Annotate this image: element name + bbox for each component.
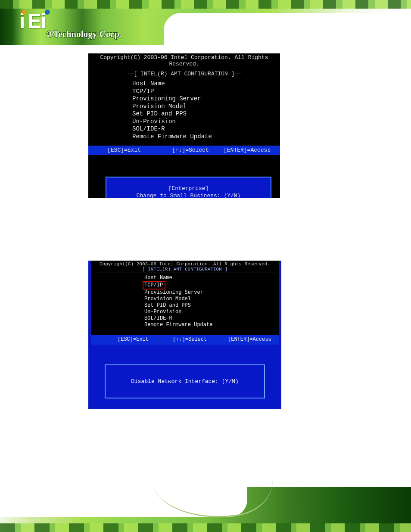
screenshot-amt-tcpip: Copyright(C) 2003-06 Intel Corporation. …	[88, 261, 281, 409]
bios-help-bar: [ESC]=Exit [↑↓]=Select [ENTER]=Access	[88, 146, 280, 155]
bios-copyright: Copyright(C) 2003-06 Intel Corporation. …	[88, 53, 280, 70]
bios-menu-item: Un-Provision	[144, 309, 276, 315]
bios-dialog-area: Disable Network Interface: (Y/N)	[91, 345, 279, 409]
bios-menu: Host Name TCP/IP Provisioning Server Pro…	[93, 273, 276, 332]
help-esc: [ESC]=Exit	[118, 336, 173, 342]
top-banner: i E i ®Technology Corp.	[0, 0, 411, 45]
bios-dialog-area: [Enterprise] Change to Small Business: (…	[88, 155, 280, 198]
bios-menu-item: Remote Firmware Update	[132, 133, 280, 141]
bios-menu-item: Provisioning Server	[144, 289, 276, 296]
bios-menu-item: Provision Model	[144, 296, 276, 302]
help-enter: [ENTER]=Access	[228, 336, 271, 342]
screenshot-amt-provision-model: Copyright(C) 2003-06 Intel Corporation. …	[88, 53, 280, 198]
help-esc: [ESC]=Exit	[107, 147, 172, 153]
logo-dot-icon	[45, 9, 50, 15]
bios-menu-item: SOL/IDE-R	[144, 315, 276, 322]
bios-dialog: Disable Network Interface: (Y/N)	[105, 364, 265, 398]
bios-copyright: Copyright(C) 2003-06 Intel Corporation. …	[91, 261, 279, 267]
bios-menu-item: Set PID and PPS	[132, 110, 280, 118]
help-enter: [ENTER]=Access	[224, 147, 271, 153]
help-select: [↑↓]=Select	[172, 147, 224, 153]
bios-menu: Host Name TCP/IP Provisioning Server Pro…	[88, 80, 280, 146]
bios-menu-item: Set PID and PPS	[144, 302, 276, 309]
dialog-line: [Enterprise]	[111, 185, 266, 193]
bios-menu-item: Host Name	[132, 80, 280, 88]
bios-menu-item: SOL/IDE-R	[132, 125, 280, 133]
bios-menu-item: Provisioning Server	[132, 95, 280, 103]
bios-menu-item: TCP/IP	[132, 88, 280, 96]
bios-panel-title: ——[ INTEL(R) AMT CONFIGURATION ]——	[88, 70, 280, 79]
bios-menu-item: Un-Provision	[132, 118, 280, 126]
logo: i E i	[19, 9, 50, 33]
logo-letter: E	[28, 11, 40, 31]
bios-menu-item: Host Name	[144, 275, 276, 281]
company-tagline: ®Technology Corp.	[47, 29, 122, 39]
help-select: [↑↓]=Select	[173, 336, 228, 342]
bios-help-bar: [ESC]=Exit [↑↓]=Select [ENTER]=Access	[91, 335, 279, 345]
bios-panel-title: [ INTEL(R) AMT CONFIGURATION ]	[91, 267, 279, 273]
logo-dot-icon	[22, 9, 27, 15]
dialog-line: Change to Small Business: (Y/N)	[111, 193, 266, 198]
bios-dialog: [Enterprise] Change to Small Business: (…	[106, 177, 271, 198]
logo-letter: i	[40, 11, 45, 31]
bios-menu-item: Remote Firmware Update	[144, 322, 276, 328]
bios-menu-item: Provision Model	[132, 103, 280, 111]
bios-menu-item-selected: TCP/IP	[143, 281, 165, 289]
